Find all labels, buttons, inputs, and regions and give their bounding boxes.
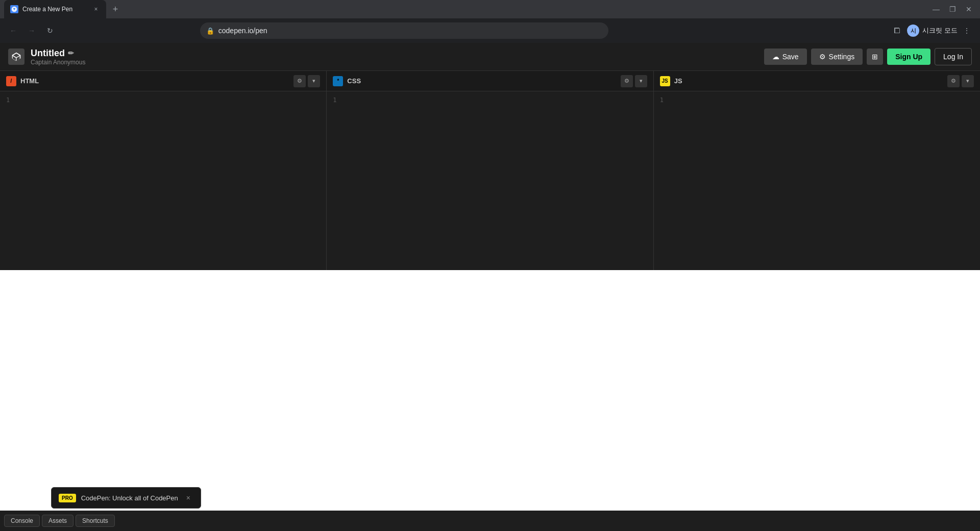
console-button[interactable]: Console: [4, 515, 40, 527]
address-input-wrap[interactable]: 🔒 codepen.io/pen: [200, 22, 608, 39]
pro-badge: PRO: [59, 494, 76, 502]
address-text: codepen.io/pen: [218, 27, 602, 35]
js-line-1: 1: [654, 95, 980, 105]
css-editor-header: * CSS ⚙ ▾: [327, 71, 653, 91]
shortcuts-button[interactable]: Shortcuts: [76, 515, 115, 527]
assets-label: Assets: [48, 517, 67, 524]
html-collapse-btn[interactable]: ▾: [308, 75, 320, 87]
pen-info: Untitled ✏ Captain Anonymous: [31, 48, 85, 66]
css-editor-body[interactable]: 1: [327, 91, 653, 270]
toast-notification: PRO CodePen: Unlock all of CodePen ×: [51, 487, 201, 509]
toast-text: CodePen: Unlock all of CodePen: [81, 494, 178, 502]
html-editor-actions: ⚙ ▾: [293, 75, 320, 87]
js-editor-actions: ⚙ ▾: [947, 75, 974, 87]
save-button[interactable]: ☁ Save: [764, 49, 807, 65]
html-editor-panel: / HTML ⚙ ▾ 1: [0, 71, 327, 270]
console-label: Console: [11, 517, 33, 524]
cloud-icon: ☁: [772, 53, 779, 61]
lock-icon: 🔒: [206, 27, 214, 35]
assets-button[interactable]: Assets: [42, 515, 74, 527]
js-settings-btn[interactable]: ⚙: [947, 75, 960, 87]
js-collapse-btn[interactable]: ▾: [962, 75, 974, 87]
pen-edit-icon[interactable]: ✏: [68, 49, 74, 57]
js-lang-badge: JS: [660, 76, 670, 86]
app-bar: Untitled ✏ Captain Anonymous ☁ Save ⚙ Se…: [0, 43, 980, 71]
js-editor-panel: JS JS ⚙ ▾ 1: [654, 71, 980, 270]
login-button[interactable]: Log In: [935, 48, 972, 65]
extensions-icon[interactable]: ⧠: [890, 23, 904, 38]
settings-label: Settings: [829, 53, 855, 61]
user-label: 시크릿 모드: [922, 26, 958, 35]
minimize-btn[interactable]: —: [929, 2, 943, 16]
html-badge-text: /: [11, 78, 12, 84]
window-controls: — ❐ ✕: [929, 2, 976, 16]
tab-favicon: [10, 5, 18, 13]
settings-button[interactable]: ⚙ Settings: [811, 49, 863, 65]
reload-btn[interactable]: ↻: [43, 23, 57, 38]
html-editor-body[interactable]: 1: [0, 91, 326, 270]
layout-button[interactable]: ⊞: [867, 49, 883, 65]
js-editor-header: JS JS ⚙ ▾: [654, 71, 980, 91]
js-badge-text: JS: [662, 78, 668, 84]
gear-icon: ⚙: [819, 53, 826, 61]
editors-area: / HTML ⚙ ▾ 1 * CSS ⚙ ▾ 1: [0, 71, 980, 270]
html-settings-btn[interactable]: ⚙: [293, 75, 306, 87]
browser-chrome: Create a New Pen × + — ❐ ✕ ← → ↻ 🔒 codep…: [0, 0, 980, 43]
css-lang-label: CSS: [347, 77, 620, 85]
signup-button[interactable]: Sign Up: [887, 49, 930, 65]
app-bar-actions: ☁ Save ⚙ Settings ⊞ Sign Up Log In: [764, 48, 972, 65]
back-btn[interactable]: ←: [6, 23, 20, 38]
toast-close-btn[interactable]: ×: [183, 493, 193, 503]
css-settings-btn[interactable]: ⚙: [621, 75, 633, 87]
save-label: Save: [782, 53, 799, 61]
html-editor-header: / HTML ⚙ ▾: [0, 71, 326, 91]
tab-close-btn[interactable]: ×: [92, 5, 100, 13]
avatar: 시: [907, 25, 919, 37]
css-editor-panel: * CSS ⚙ ▾ 1: [327, 71, 653, 270]
pen-author: Captain Anonymous: [31, 59, 85, 66]
tab-bar: Create a New Pen × + — ❐ ✕: [0, 0, 980, 18]
css-badge-text: *: [337, 78, 339, 84]
new-tab-btn[interactable]: +: [108, 2, 122, 16]
html-lang-label: HTML: [20, 77, 293, 85]
tab-title: Create a New Pen: [22, 6, 88, 13]
bottom-bar: Console Assets Shortcuts: [0, 511, 980, 531]
css-editor-actions: ⚙ ▾: [621, 75, 647, 87]
address-bar: ← → ↻ 🔒 codepen.io/pen ⧠ 시 시크릿 모드 ⋮: [0, 18, 980, 43]
app-logo: [8, 49, 24, 65]
html-lang-badge: /: [6, 76, 16, 86]
close-btn[interactable]: ✕: [962, 2, 976, 16]
active-tab[interactable]: Create a New Pen ×: [4, 0, 106, 18]
css-collapse-btn[interactable]: ▾: [635, 75, 647, 87]
js-editor-body[interactable]: 1: [654, 91, 980, 270]
pen-title-row: Untitled ✏: [31, 48, 85, 59]
restore-btn[interactable]: ❐: [945, 2, 960, 16]
css-line-1: 1: [327, 95, 653, 105]
pen-title-text[interactable]: Untitled: [31, 48, 65, 59]
login-label: Log In: [943, 53, 963, 61]
menu-btn[interactable]: ⋮: [960, 23, 974, 38]
html-line-1: 1: [0, 95, 326, 105]
forward-btn[interactable]: →: [24, 23, 39, 38]
shortcuts-label: Shortcuts: [82, 517, 108, 524]
signup-label: Sign Up: [895, 53, 922, 61]
css-lang-badge: *: [333, 76, 343, 86]
profile-icon[interactable]: 시: [906, 23, 920, 38]
js-lang-label: JS: [674, 77, 947, 85]
